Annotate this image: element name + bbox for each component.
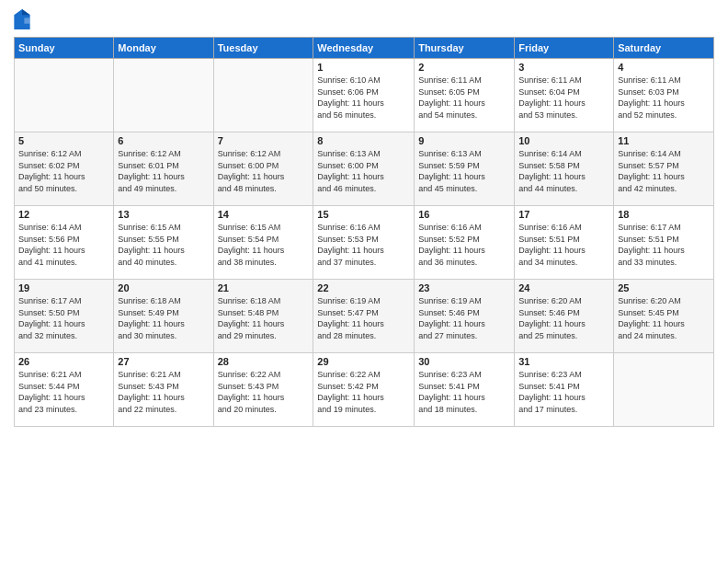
logo — [14, 9, 32, 29]
calendar-cell: 17Sunrise: 6:16 AM Sunset: 5:51 PM Dayli… — [515, 206, 614, 280]
calendar-body: 1Sunrise: 6:10 AM Sunset: 6:06 PM Daylig… — [15, 59, 714, 427]
day-number: 21 — [218, 282, 310, 293]
calendar-cell: 16Sunrise: 6:16 AM Sunset: 5:52 PM Dayli… — [415, 206, 515, 280]
logo-icon — [14, 9, 30, 29]
calendar-week-row: 5Sunrise: 6:12 AM Sunset: 6:02 PM Daylig… — [15, 132, 714, 206]
calendar-cell: 7Sunrise: 6:12 AM Sunset: 6:00 PM Daylig… — [213, 132, 313, 206]
calendar-cell: 4Sunrise: 6:11 AM Sunset: 6:03 PM Daylig… — [614, 59, 714, 132]
calendar-cell — [213, 59, 313, 132]
weekday-header-cell: Tuesday — [213, 38, 313, 59]
day-number: 5 — [18, 135, 109, 146]
calendar-cell: 3Sunrise: 6:11 AM Sunset: 6:04 PM Daylig… — [515, 59, 614, 132]
calendar-cell: 29Sunrise: 6:22 AM Sunset: 5:42 PM Dayli… — [313, 353, 415, 427]
day-info: Sunrise: 6:23 AM Sunset: 5:41 PM Dayligh… — [518, 369, 609, 415]
weekday-header-cell: Saturday — [614, 38, 714, 59]
header — [14, 9, 714, 29]
day-info: Sunrise: 6:14 AM Sunset: 5:56 PM Dayligh… — [18, 222, 109, 268]
calendar-cell: 28Sunrise: 6:22 AM Sunset: 5:43 PM Dayli… — [213, 353, 313, 427]
day-number: 24 — [518, 282, 609, 293]
day-number: 3 — [518, 62, 609, 73]
day-info: Sunrise: 6:18 AM Sunset: 5:49 PM Dayligh… — [118, 295, 209, 341]
day-number: 15 — [317, 209, 410, 220]
calendar-week-row: 12Sunrise: 6:14 AM Sunset: 5:56 PM Dayli… — [15, 206, 714, 280]
day-number: 17 — [518, 209, 609, 220]
day-info: Sunrise: 6:16 AM Sunset: 5:52 PM Dayligh… — [418, 222, 510, 268]
calendar-week-row: 1Sunrise: 6:10 AM Sunset: 6:06 PM Daylig… — [15, 59, 714, 132]
day-info: Sunrise: 6:10 AM Sunset: 6:06 PM Dayligh… — [317, 75, 410, 121]
day-info: Sunrise: 6:19 AM Sunset: 5:46 PM Dayligh… — [418, 295, 510, 341]
calendar-cell: 27Sunrise: 6:21 AM Sunset: 5:43 PM Dayli… — [114, 353, 213, 427]
svg-marker-1 — [22, 9, 30, 15]
day-number: 14 — [218, 209, 310, 220]
calendar-cell: 10Sunrise: 6:14 AM Sunset: 5:58 PM Dayli… — [515, 132, 614, 206]
svg-marker-2 — [24, 17, 29, 23]
calendar-cell: 25Sunrise: 6:20 AM Sunset: 5:45 PM Dayli… — [614, 280, 714, 353]
calendar: SundayMondayTuesdayWednesdayThursdayFrid… — [14, 37, 714, 427]
calendar-cell: 18Sunrise: 6:17 AM Sunset: 5:51 PM Dayli… — [614, 206, 714, 280]
day-info: Sunrise: 6:14 AM Sunset: 5:57 PM Dayligh… — [618, 148, 710, 194]
calendar-cell — [614, 353, 714, 427]
day-info: Sunrise: 6:15 AM Sunset: 5:55 PM Dayligh… — [118, 222, 209, 268]
day-number: 2 — [418, 62, 510, 73]
day-info: Sunrise: 6:21 AM Sunset: 5:43 PM Dayligh… — [118, 369, 209, 415]
day-number: 29 — [317, 356, 410, 367]
calendar-cell: 20Sunrise: 6:18 AM Sunset: 5:49 PM Dayli… — [114, 280, 213, 353]
day-info: Sunrise: 6:13 AM Sunset: 6:00 PM Dayligh… — [317, 148, 410, 194]
day-number: 27 — [118, 356, 209, 367]
day-info: Sunrise: 6:14 AM Sunset: 5:58 PM Dayligh… — [518, 148, 609, 194]
calendar-cell: 23Sunrise: 6:19 AM Sunset: 5:46 PM Dayli… — [415, 280, 515, 353]
day-number: 11 — [618, 135, 710, 146]
calendar-cell: 13Sunrise: 6:15 AM Sunset: 5:55 PM Dayli… — [114, 206, 213, 280]
calendar-cell: 24Sunrise: 6:20 AM Sunset: 5:46 PM Dayli… — [515, 280, 614, 353]
calendar-cell: 15Sunrise: 6:16 AM Sunset: 5:53 PM Dayli… — [313, 206, 415, 280]
calendar-cell — [114, 59, 213, 132]
day-number: 31 — [518, 356, 609, 367]
day-number: 26 — [18, 356, 109, 367]
day-info: Sunrise: 6:11 AM Sunset: 6:03 PM Dayligh… — [618, 75, 710, 121]
calendar-cell: 5Sunrise: 6:12 AM Sunset: 6:02 PM Daylig… — [15, 132, 114, 206]
day-number: 6 — [118, 135, 209, 146]
day-info: Sunrise: 6:20 AM Sunset: 5:45 PM Dayligh… — [618, 295, 710, 341]
day-number: 25 — [618, 282, 710, 293]
weekday-header-cell: Sunday — [15, 38, 114, 59]
day-number: 18 — [618, 209, 710, 220]
calendar-cell: 14Sunrise: 6:15 AM Sunset: 5:54 PM Dayli… — [213, 206, 313, 280]
calendar-cell: 12Sunrise: 6:14 AM Sunset: 5:56 PM Dayli… — [15, 206, 114, 280]
weekday-header-cell: Thursday — [415, 38, 515, 59]
calendar-week-row: 19Sunrise: 6:17 AM Sunset: 5:50 PM Dayli… — [15, 280, 714, 353]
day-info: Sunrise: 6:12 AM Sunset: 6:01 PM Dayligh… — [118, 148, 209, 194]
page: SundayMondayTuesdayWednesdayThursdayFrid… — [0, 0, 728, 563]
calendar-cell: 22Sunrise: 6:19 AM Sunset: 5:47 PM Dayli… — [313, 280, 415, 353]
day-number: 20 — [118, 282, 209, 293]
day-number: 1 — [317, 62, 410, 73]
day-number: 12 — [18, 209, 109, 220]
day-info: Sunrise: 6:16 AM Sunset: 5:51 PM Dayligh… — [518, 222, 609, 268]
weekday-header-row: SundayMondayTuesdayWednesdayThursdayFrid… — [15, 38, 714, 59]
day-info: Sunrise: 6:12 AM Sunset: 6:02 PM Dayligh… — [18, 148, 109, 194]
day-number: 19 — [18, 282, 109, 293]
day-number: 10 — [518, 135, 609, 146]
day-info: Sunrise: 6:17 AM Sunset: 5:51 PM Dayligh… — [618, 222, 710, 268]
day-number: 9 — [418, 135, 510, 146]
calendar-cell: 21Sunrise: 6:18 AM Sunset: 5:48 PM Dayli… — [213, 280, 313, 353]
day-info: Sunrise: 6:17 AM Sunset: 5:50 PM Dayligh… — [18, 295, 109, 341]
day-number: 23 — [418, 282, 510, 293]
day-info: Sunrise: 6:16 AM Sunset: 5:53 PM Dayligh… — [317, 222, 410, 268]
calendar-cell: 26Sunrise: 6:21 AM Sunset: 5:44 PM Dayli… — [15, 353, 114, 427]
day-info: Sunrise: 6:11 AM Sunset: 6:04 PM Dayligh… — [518, 75, 609, 121]
day-info: Sunrise: 6:22 AM Sunset: 5:43 PM Dayligh… — [218, 369, 310, 415]
day-number: 7 — [218, 135, 310, 146]
day-number: 8 — [317, 135, 410, 146]
calendar-cell: 8Sunrise: 6:13 AM Sunset: 6:00 PM Daylig… — [313, 132, 415, 206]
day-info: Sunrise: 6:20 AM Sunset: 5:46 PM Dayligh… — [518, 295, 609, 341]
calendar-cell: 19Sunrise: 6:17 AM Sunset: 5:50 PM Dayli… — [15, 280, 114, 353]
day-number: 28 — [218, 356, 310, 367]
day-info: Sunrise: 6:23 AM Sunset: 5:41 PM Dayligh… — [418, 369, 510, 415]
calendar-cell: 2Sunrise: 6:11 AM Sunset: 6:05 PM Daylig… — [415, 59, 515, 132]
calendar-cell: 11Sunrise: 6:14 AM Sunset: 5:57 PM Dayli… — [614, 132, 714, 206]
day-info: Sunrise: 6:13 AM Sunset: 5:59 PM Dayligh… — [418, 148, 510, 194]
calendar-cell: 9Sunrise: 6:13 AM Sunset: 5:59 PM Daylig… — [415, 132, 515, 206]
calendar-cell: 1Sunrise: 6:10 AM Sunset: 6:06 PM Daylig… — [313, 59, 415, 132]
day-info: Sunrise: 6:21 AM Sunset: 5:44 PM Dayligh… — [18, 369, 109, 415]
day-number: 16 — [418, 209, 510, 220]
